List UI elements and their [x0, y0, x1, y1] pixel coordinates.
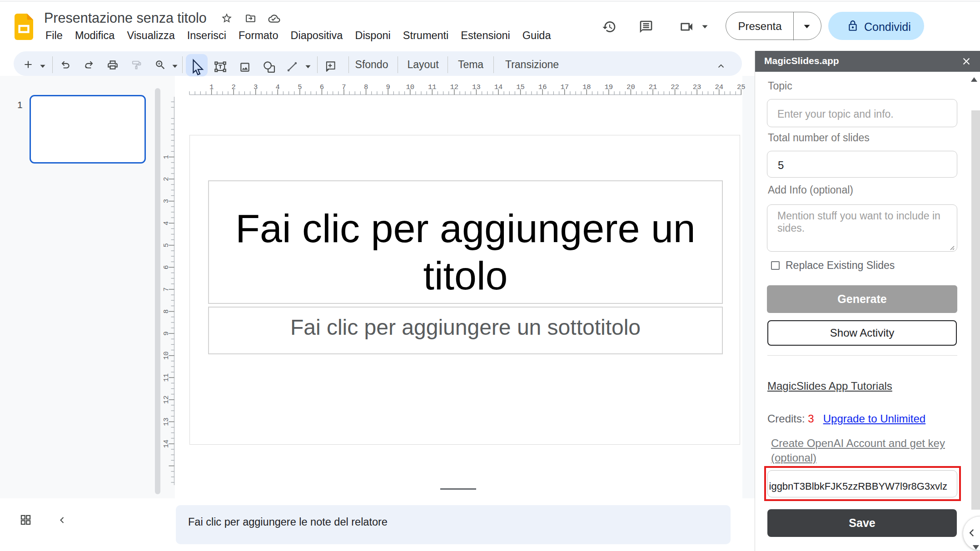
- svg-text:20: 20: [627, 83, 635, 91]
- svg-text:3: 3: [254, 83, 258, 91]
- svg-text:1: 1: [162, 155, 170, 159]
- svg-text:11: 11: [162, 373, 170, 382]
- svg-text:17: 17: [560, 83, 569, 91]
- svg-text:22: 22: [671, 83, 679, 91]
- svg-text:13: 13: [472, 83, 481, 91]
- svg-text:3: 3: [162, 199, 170, 203]
- svg-text:15: 15: [516, 83, 525, 91]
- svg-text:5: 5: [298, 83, 302, 91]
- svg-text:6: 6: [162, 265, 170, 269]
- svg-text:9: 9: [162, 331, 170, 335]
- svg-text:9: 9: [386, 83, 390, 91]
- svg-text:6: 6: [320, 83, 324, 91]
- svg-text:11: 11: [428, 83, 437, 91]
- svg-text:24: 24: [715, 83, 723, 91]
- svg-text:10: 10: [406, 83, 414, 91]
- svg-text:18: 18: [582, 83, 591, 91]
- svg-text:2: 2: [231, 83, 235, 91]
- svg-text:14: 14: [494, 83, 503, 91]
- svg-text:4: 4: [276, 83, 280, 91]
- svg-text:12: 12: [450, 83, 459, 91]
- svg-text:19: 19: [605, 83, 613, 91]
- svg-text:5: 5: [162, 243, 170, 247]
- svg-text:1: 1: [209, 83, 214, 91]
- svg-text:7: 7: [162, 287, 170, 291]
- svg-text:21: 21: [649, 83, 657, 91]
- svg-text:14: 14: [162, 440, 170, 448]
- svg-text:8: 8: [162, 309, 170, 313]
- svg-text:23: 23: [693, 83, 701, 91]
- svg-text:7: 7: [342, 83, 346, 91]
- svg-text:2: 2: [162, 177, 170, 181]
- svg-text:4: 4: [162, 221, 170, 225]
- svg-text:13: 13: [162, 417, 170, 426]
- svg-text:10: 10: [162, 351, 170, 360]
- svg-text:16: 16: [538, 83, 547, 91]
- svg-text:12: 12: [162, 396, 170, 404]
- svg-text:8: 8: [364, 83, 368, 91]
- svg-text:25: 25: [737, 83, 746, 91]
